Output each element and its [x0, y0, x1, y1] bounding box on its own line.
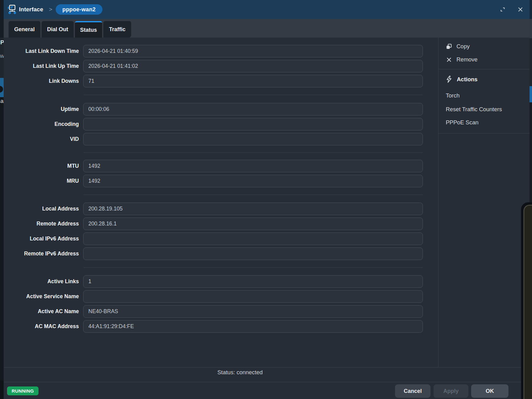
bolt-icon: [445, 75, 453, 83]
close-icon[interactable]: [517, 6, 523, 13]
background-text-fragment: a: [0, 98, 4, 104]
field-label: Active AC Name: [9, 305, 79, 318]
remove-icon: [445, 56, 452, 63]
screen: P w a Interface > pppoe-wan2 GeneralDial…: [0, 0, 532, 399]
field-ac-mac-address[interactable]: 44:A1:91:29:D4:FE: [83, 320, 423, 333]
field-label: Link Downs: [9, 75, 79, 87]
window-title: Interface: [19, 0, 43, 19]
interface-name-tag: pppoe-wan2: [56, 4, 102, 15]
expand-icon[interactable]: [500, 6, 506, 13]
tab-strip: GeneralDial OutStatusTraffic: [4, 19, 530, 38]
cancel-button[interactable]: Cancel: [395, 384, 430, 398]
group-separator: [83, 195, 423, 195]
field-value: 1: [83, 276, 423, 287]
field-value: 2026-04-21 01:41:02: [83, 60, 423, 72]
group-separator: [83, 95, 423, 95]
background-window-corner: [523, 205, 532, 399]
field-active-service-name[interactable]: [83, 290, 423, 303]
footer-divider: [4, 382, 530, 382]
field-label: AC MAC Address: [9, 320, 79, 333]
sidebar-item-remove[interactable]: Remove: [445, 56, 478, 63]
field-remote-address[interactable]: 200.28.16.1: [83, 218, 423, 230]
action-reset-traffic-counters[interactable]: Reset Traffic Counters: [446, 106, 502, 113]
tab-status[interactable]: Status: [75, 21, 102, 38]
ok-button[interactable]: OK: [471, 384, 508, 398]
field-label: Last Link Down Time: [9, 45, 79, 57]
field-value: 44:A1:91:29:D4:FE: [83, 320, 423, 332]
field-value: 1492: [83, 175, 423, 187]
action-pppoe-scan[interactable]: PPPoE Scan: [446, 119, 478, 126]
field-label: MRU: [9, 175, 79, 187]
field-active-ac-name[interactable]: NE40-BRAS: [83, 305, 423, 318]
field-label: Active Service Name: [9, 290, 79, 303]
field-value: 1492: [83, 160, 423, 172]
connection-status-text: Status: connected: [4, 369, 476, 376]
sidebar-divider-vertical: [438, 38, 438, 367]
field-vid[interactable]: [83, 133, 423, 145]
field-uptime[interactable]: 00:00:06: [83, 103, 423, 115]
field-remote-ipv6-address[interactable]: [83, 247, 423, 260]
field-label: Remote Address: [9, 218, 79, 230]
tab-general[interactable]: General: [9, 21, 40, 38]
sidebar-item-label: Remove: [456, 56, 478, 63]
field-label: Last Link Up Time: [9, 60, 79, 72]
interface-icon: [8, 5, 16, 14]
background-text-fragment: w: [0, 53, 4, 59]
background-avatar-fragment: [0, 86, 3, 93]
titlebar: Interface > pppoe-wan2: [4, 0, 530, 19]
sidebar-section-divider: [438, 133, 530, 134]
actions-header-label: Actions: [457, 76, 478, 83]
field-value: 2026-04-21 01:40:59: [83, 45, 423, 57]
field-local-address[interactable]: 200.28.19.105: [83, 203, 423, 215]
interface-dialog: Interface > pppoe-wan2 GeneralDial OutSt…: [4, 0, 530, 399]
apply-button[interactable]: Apply: [434, 384, 468, 398]
field-label: Active Links: [9, 275, 79, 288]
field-link-downs[interactable]: 71: [83, 75, 423, 87]
status-divider: [4, 367, 530, 368]
field-active-links[interactable]: 1: [83, 275, 423, 288]
tab-traffic[interactable]: Traffic: [103, 21, 131, 38]
field-mru[interactable]: 1492: [83, 175, 423, 187]
sidebar-item-label: Copy: [456, 43, 470, 50]
field-value: NE40-BRAS: [83, 306, 423, 317]
background-text-fragment: P: [0, 39, 4, 46]
background-window-left: P w a: [0, 0, 4, 399]
running-status-badge: RUNNING: [7, 386, 39, 395]
field-last-link-up-time[interactable]: 2026-04-21 01:41:02: [83, 60, 423, 72]
field-value: 00:00:06: [83, 103, 423, 115]
actions-header: Actions: [445, 75, 478, 83]
field-label: Encoding: [9, 118, 79, 130]
sidebar-item-copy[interactable]: Copy: [445, 43, 470, 50]
field-label: Local IPv6 Address: [9, 232, 79, 245]
breadcrumb-separator: >: [49, 0, 52, 19]
field-local-ipv6-address[interactable]: [83, 232, 423, 245]
field-last-link-down-time[interactable]: 2026-04-21 01:40:59: [83, 45, 423, 57]
copy-icon: [445, 43, 452, 50]
sidebar-section-divider: [438, 69, 530, 69]
tab-dial-out[interactable]: Dial Out: [42, 21, 74, 38]
action-torch[interactable]: Torch: [446, 92, 460, 99]
group-separator: [83, 152, 423, 153]
field-label: Local Address: [9, 203, 79, 215]
field-encoding[interactable]: [83, 118, 423, 130]
field-mtu[interactable]: 1492: [83, 160, 423, 172]
field-label: MTU: [9, 160, 79, 172]
field-label: Uptime: [9, 103, 79, 115]
field-label: VID: [9, 133, 79, 145]
group-separator: [83, 267, 423, 268]
field-value: 200.28.16.1: [83, 218, 423, 229]
field-value: 71: [83, 75, 423, 87]
field-value: 200.28.19.105: [83, 203, 423, 214]
field-label: Remote IPv6 Address: [9, 247, 79, 260]
